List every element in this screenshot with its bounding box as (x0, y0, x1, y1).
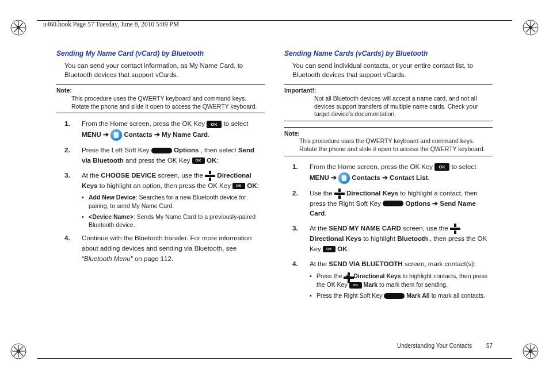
ornament-top-right (521, 18, 540, 37)
svg-point-23 (529, 349, 532, 353)
left-step-3: At the CHOOSE DEVICE screen, use the Dir… (64, 171, 265, 229)
ok-key-icon: OK (232, 183, 245, 189)
page-footer: Understanding Your Contacts 57 (397, 343, 493, 349)
footer-page-number: 57 (486, 343, 493, 349)
directional-keys-icon (344, 272, 352, 280)
bullet-device-name: <Device Name>: Sends My Name Card to a p… (82, 213, 265, 229)
page: u460.book Page 57 Tuesday, June 8, 2010 … (0, 0, 549, 392)
footer-rule (37, 358, 512, 359)
ornament-bottom-right (521, 342, 540, 360)
bullet-mark: Press the Directional Keys to highlight … (310, 272, 493, 289)
note-text: This procedure uses the QWERTY keyboard … (299, 137, 493, 153)
left-step-2: Press the Left Soft Key Options , then s… (64, 145, 265, 166)
left-steps: From the Home screen, press the OK Key O… (64, 119, 265, 264)
right-important: Important!: Not all Bluetooth devices wi… (284, 84, 493, 121)
right-step-2: Use the Directional Keys to highlight a … (292, 189, 493, 220)
ornament-top-left (9, 18, 28, 37)
svg-point-5 (17, 26, 20, 29)
contacts-icon (338, 172, 350, 184)
note-label: Note: (284, 130, 300, 137)
directional-keys-icon (450, 224, 460, 234)
svg-point-17 (17, 349, 20, 353)
right-column: Sending Name Cards (vCards) by Bluetooth… (284, 49, 493, 340)
bullet-add-new-device: Add New Device: Searches for a new Bluet… (82, 193, 265, 209)
ok-key-icon: OK (323, 246, 336, 252)
soft-key-icon (151, 148, 172, 153)
right-step4-bullets: Press the Directional Keys to highlight … (310, 272, 493, 300)
note-text: This procedure uses the QWERTY keyboard … (71, 95, 265, 110)
header-filepath: u460.book Page 57 Tuesday, June 8, 2010 … (43, 21, 179, 28)
right-intro: You can send individual contacts, or you… (292, 62, 493, 79)
right-heading: Sending Name Cards (vCards) by Bluetooth (284, 49, 493, 58)
left-step3-bullets: Add New Device: Searches for a new Bluet… (82, 193, 265, 229)
left-step-1: From the Home screen, press the OK Key O… (64, 119, 265, 141)
right-step-1: From the Home screen, press the OK Key O… (292, 162, 493, 184)
ok-key-icon: OK (207, 121, 222, 128)
ok-key-icon: OK (434, 163, 449, 171)
contacts-icon (110, 129, 122, 141)
left-note: Note: This procedure uses the QWERTY key… (56, 84, 265, 113)
left-heading: Sending My Name Card (vCard) by Bluetoot… (56, 49, 265, 58)
right-step-4: At the SEND VIA BLUETOOTH screen, mark c… (292, 259, 493, 299)
ok-key-icon: OK (192, 157, 205, 164)
right-step-3: At the SEND MY NAME CARD screen, use the… (292, 224, 493, 255)
svg-point-11 (529, 26, 532, 29)
bullet-mark-all: Press the Right Soft Key Mark All to mar… (310, 291, 493, 299)
ok-key-icon: OK (349, 282, 362, 289)
footer-section: Understanding Your Contacts (397, 343, 472, 349)
ornament-bottom-left (9, 342, 28, 360)
left-intro: You can send your contact information, a… (64, 62, 265, 79)
important-label: Important!: (284, 87, 316, 94)
directional-keys-icon (205, 171, 215, 181)
important-text: Not all Bluetooth devices will accept a … (314, 95, 493, 118)
note-label: Note: (56, 87, 72, 94)
left-step-4: Continue with the Bluetooth transfer. Fo… (64, 233, 265, 264)
soft-key-icon (384, 293, 405, 299)
left-column: Sending My Name Card (vCard) by Bluetoot… (56, 49, 265, 340)
right-steps: From the Home screen, press the OK Key O… (292, 162, 493, 299)
directional-keys-icon (334, 189, 345, 199)
right-note: Note: This procedure uses the QWERTY key… (284, 127, 493, 156)
content-columns: Sending My Name Card (vCard) by Bluetoot… (56, 49, 493, 340)
soft-key-icon (383, 201, 403, 206)
